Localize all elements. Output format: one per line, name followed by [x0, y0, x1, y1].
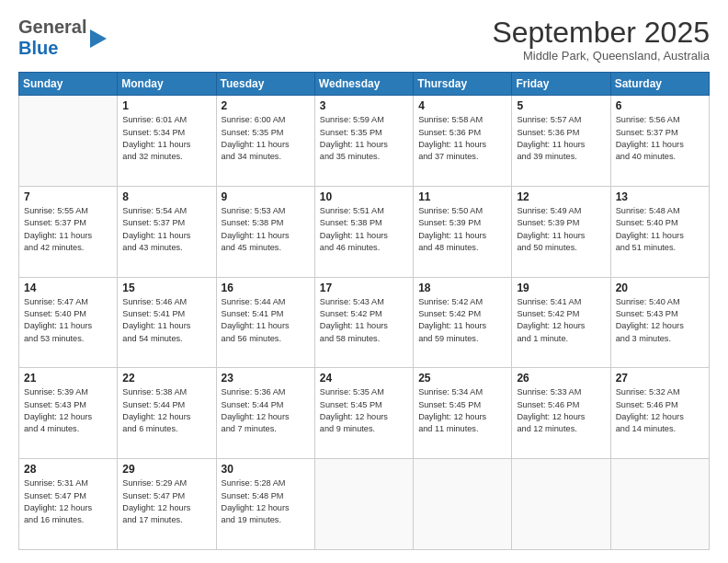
title-block: September 2025 Middle Park, Queensland, …	[492, 17, 710, 63]
day-number: 20	[616, 282, 704, 294]
calendar-cell: 5Sunrise: 5:57 AMSunset: 5:36 PMDaylight…	[512, 96, 610, 187]
day-info: Sunrise: 5:33 AMSunset: 5:46 PMDaylight:…	[517, 386, 605, 435]
day-info: Sunrise: 5:40 AMSunset: 5:43 PMDaylight:…	[616, 296, 704, 345]
calendar-cell: 16Sunrise: 5:44 AMSunset: 5:41 PMDayligh…	[216, 277, 314, 368]
day-info: Sunrise: 6:00 AMSunset: 5:35 PMDaylight:…	[222, 114, 310, 163]
calendar-cell: 24Sunrise: 5:35 AMSunset: 5:45 PMDayligh…	[314, 368, 413, 459]
day-info: Sunrise: 5:49 AMSunset: 5:39 PMDaylight:…	[517, 205, 605, 254]
calendar: SundayMondayTuesdayWednesdayThursdayFrid…	[18, 72, 710, 550]
day-info: Sunrise: 5:39 AMSunset: 5:43 PMDaylight:…	[24, 386, 112, 435]
logo-general: General	[18, 17, 86, 37]
week-row-4: 21Sunrise: 5:39 AMSunset: 5:43 PMDayligh…	[19, 368, 710, 459]
day-info: Sunrise: 5:48 AMSunset: 5:40 PMDaylight:…	[616, 205, 704, 254]
calendar-cell: 23Sunrise: 5:36 AMSunset: 5:44 PMDayligh…	[216, 368, 314, 459]
calendar-cell	[512, 459, 610, 550]
calendar-cell: 19Sunrise: 5:41 AMSunset: 5:42 PMDayligh…	[512, 277, 610, 368]
calendar-cell: 25Sunrise: 5:34 AMSunset: 5:45 PMDayligh…	[414, 368, 512, 459]
day-number: 15	[122, 282, 210, 294]
day-info: Sunrise: 5:47 AMSunset: 5:40 PMDaylight:…	[24, 296, 112, 345]
calendar-cell: 2Sunrise: 6:00 AMSunset: 5:35 PMDaylight…	[216, 96, 314, 187]
day-info: Sunrise: 5:58 AMSunset: 5:36 PMDaylight:…	[418, 114, 506, 163]
calendar-cell: 17Sunrise: 5:43 AMSunset: 5:42 PMDayligh…	[314, 277, 413, 368]
calendar-cell: 4Sunrise: 5:58 AMSunset: 5:36 PMDaylight…	[414, 96, 512, 187]
calendar-cell: 13Sunrise: 5:48 AMSunset: 5:40 PMDayligh…	[610, 186, 709, 277]
day-number: 26	[517, 372, 605, 385]
day-number: 28	[24, 463, 112, 476]
calendar-cell: 30Sunrise: 5:28 AMSunset: 5:48 PMDayligh…	[216, 459, 314, 550]
day-number: 4	[418, 99, 506, 112]
calendar-cell: 14Sunrise: 5:47 AMSunset: 5:40 PMDayligh…	[19, 277, 118, 368]
calendar-cell: 22Sunrise: 5:38 AMSunset: 5:44 PMDayligh…	[118, 368, 216, 459]
calendar-cell: 7Sunrise: 5:55 AMSunset: 5:37 PMDaylight…	[19, 186, 118, 277]
location: Middle Park, Queensland, Australia	[492, 49, 710, 63]
day-number: 6	[616, 99, 704, 112]
calendar-cell: 8Sunrise: 5:54 AMSunset: 5:37 PMDaylight…	[118, 186, 216, 277]
calendar-cell	[314, 459, 413, 550]
day-info: Sunrise: 5:36 AMSunset: 5:44 PMDaylight:…	[222, 386, 310, 435]
day-of-week-wednesday: Wednesday	[314, 73, 413, 96]
day-info: Sunrise: 5:57 AMSunset: 5:36 PMDaylight:…	[517, 114, 605, 163]
day-info: Sunrise: 5:55 AMSunset: 5:37 PMDaylight:…	[24, 205, 112, 254]
week-row-5: 28Sunrise: 5:31 AMSunset: 5:47 PMDayligh…	[19, 459, 710, 550]
calendar-cell: 26Sunrise: 5:33 AMSunset: 5:46 PMDayligh…	[512, 368, 610, 459]
calendar-cell	[610, 459, 709, 550]
calendar-cell: 21Sunrise: 5:39 AMSunset: 5:43 PMDayligh…	[19, 368, 118, 459]
day-number: 22	[122, 372, 210, 385]
day-number: 2	[222, 99, 310, 112]
calendar-cell	[414, 459, 512, 550]
day-info: Sunrise: 5:42 AMSunset: 5:42 PMDaylight:…	[418, 296, 506, 345]
day-info: Sunrise: 5:38 AMSunset: 5:44 PMDaylight:…	[122, 386, 210, 435]
day-number: 23	[222, 372, 310, 385]
day-number: 17	[320, 282, 408, 294]
logo-icon	[88, 26, 108, 52]
calendar-cell: 20Sunrise: 5:40 AMSunset: 5:43 PMDayligh…	[610, 277, 709, 368]
calendar-cell: 3Sunrise: 5:59 AMSunset: 5:35 PMDaylight…	[314, 96, 413, 187]
day-info: Sunrise: 5:46 AMSunset: 5:41 PMDaylight:…	[122, 296, 210, 345]
day-number: 11	[418, 190, 506, 203]
calendar-header-row: SundayMondayTuesdayWednesdayThursdayFrid…	[19, 73, 710, 96]
day-info: Sunrise: 5:31 AMSunset: 5:47 PMDaylight:…	[24, 477, 112, 526]
logo-blue: Blue	[18, 38, 58, 58]
day-number: 25	[418, 372, 506, 385]
day-info: Sunrise: 5:53 AMSunset: 5:38 PMDaylight:…	[222, 205, 310, 254]
day-of-week-friday: Friday	[512, 73, 610, 96]
day-number: 21	[24, 372, 112, 385]
calendar-cell: 18Sunrise: 5:42 AMSunset: 5:42 PMDayligh…	[414, 277, 512, 368]
calendar-cell: 12Sunrise: 5:49 AMSunset: 5:39 PMDayligh…	[512, 186, 610, 277]
calendar-cell: 15Sunrise: 5:46 AMSunset: 5:41 PMDayligh…	[118, 277, 216, 368]
month-title: September 2025	[492, 17, 710, 49]
day-number: 29	[122, 463, 210, 476]
week-row-1: 1Sunrise: 6:01 AMSunset: 5:34 PMDaylight…	[19, 96, 710, 187]
day-of-week-tuesday: Tuesday	[216, 73, 314, 96]
day-info: Sunrise: 5:28 AMSunset: 5:48 PMDaylight:…	[222, 477, 310, 526]
day-number: 12	[517, 190, 605, 203]
day-number: 24	[320, 372, 408, 385]
calendar-cell: 28Sunrise: 5:31 AMSunset: 5:47 PMDayligh…	[19, 459, 118, 550]
calendar-cell: 1Sunrise: 6:01 AMSunset: 5:34 PMDaylight…	[118, 96, 216, 187]
logo: General Blue	[18, 17, 108, 59]
day-number: 18	[418, 282, 506, 294]
day-info: Sunrise: 5:59 AMSunset: 5:35 PMDaylight:…	[320, 114, 408, 163]
day-number: 30	[222, 463, 310, 476]
day-info: Sunrise: 5:44 AMSunset: 5:41 PMDaylight:…	[222, 296, 310, 345]
day-number: 3	[320, 99, 408, 112]
day-info: Sunrise: 5:51 AMSunset: 5:38 PMDaylight:…	[320, 205, 408, 254]
header: General Blue September 2025 Middle Park,…	[18, 17, 710, 63]
day-info: Sunrise: 5:32 AMSunset: 5:46 PMDaylight:…	[616, 386, 704, 435]
day-number: 9	[222, 190, 310, 203]
calendar-cell: 27Sunrise: 5:32 AMSunset: 5:46 PMDayligh…	[610, 368, 709, 459]
day-info: Sunrise: 5:54 AMSunset: 5:37 PMDaylight:…	[122, 205, 210, 254]
week-row-2: 7Sunrise: 5:55 AMSunset: 5:37 PMDaylight…	[19, 186, 710, 277]
calendar-cell: 9Sunrise: 5:53 AMSunset: 5:38 PMDaylight…	[216, 186, 314, 277]
calendar-cell	[19, 96, 118, 187]
day-info: Sunrise: 5:43 AMSunset: 5:42 PMDaylight:…	[320, 296, 408, 345]
day-info: Sunrise: 5:50 AMSunset: 5:39 PMDaylight:…	[418, 205, 506, 254]
day-info: Sunrise: 5:34 AMSunset: 5:45 PMDaylight:…	[418, 386, 506, 435]
day-number: 8	[122, 190, 210, 203]
day-of-week-sunday: Sunday	[19, 73, 118, 96]
day-number: 7	[24, 190, 112, 203]
calendar-cell: 29Sunrise: 5:29 AMSunset: 5:47 PMDayligh…	[118, 459, 216, 550]
day-info: Sunrise: 5:41 AMSunset: 5:42 PMDaylight:…	[517, 296, 605, 345]
day-info: Sunrise: 5:29 AMSunset: 5:47 PMDaylight:…	[122, 477, 210, 526]
day-number: 27	[616, 372, 704, 385]
